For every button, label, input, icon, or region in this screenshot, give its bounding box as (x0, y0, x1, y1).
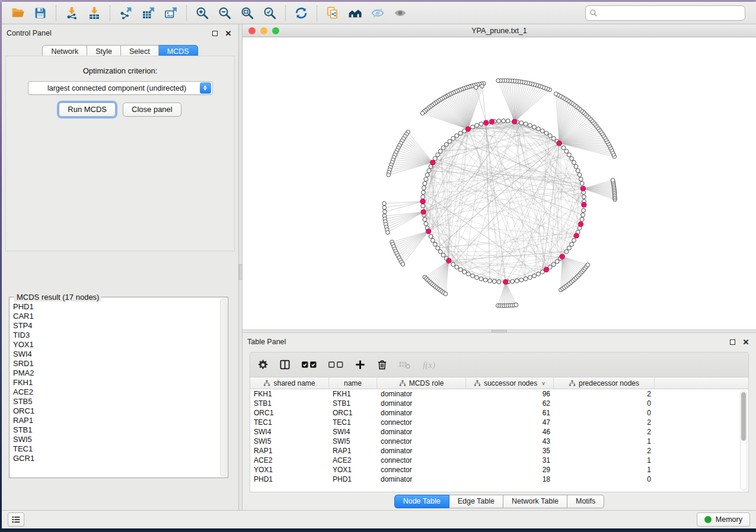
table-row[interactable]: STB1STB1dominator620 (250, 399, 748, 408)
table-row[interactable]: TEC1TEC1connector472 (250, 418, 748, 427)
float-table-panel-icon[interactable] (728, 338, 736, 346)
table-row[interactable]: SWI5SWI5connector431 (250, 437, 748, 446)
show-panels-button[interactable] (8, 512, 24, 527)
export-table-icon[interactable] (137, 4, 160, 23)
column-header-shared-name[interactable]: shared name (250, 377, 329, 389)
zoom-selected-icon[interactable] (259, 4, 281, 23)
tab-motifs[interactable]: Motifs (567, 495, 604, 508)
table-cell: 2 (554, 390, 655, 398)
column-header-successor-nodes[interactable]: successor nodes∨ (466, 377, 554, 389)
import-table-icon[interactable] (83, 4, 106, 23)
memory-button[interactable]: Memory (697, 512, 750, 527)
table-cell: dominator (377, 409, 466, 417)
table-cell: 1 (554, 466, 655, 474)
column-header-predecessor-nodes[interactable]: predecessor nodes (554, 377, 655, 389)
mcds-node-item[interactable]: PHD1 (13, 302, 219, 312)
add-row-icon[interactable] (355, 359, 366, 370)
mcds-node-item[interactable]: RAP1 (13, 416, 219, 425)
table-row[interactable]: RAP1RAP1dominator352 (250, 446, 748, 456)
application-window: Control Panel ✕ NetworkStyleSelectMCDS O… (2, 2, 756, 528)
tab-edge-table[interactable]: Edge Table (449, 495, 503, 508)
close-panel-button[interactable]: Close panel (123, 102, 181, 117)
table-cell: ACE2 (329, 456, 377, 464)
table-cell: dominator (377, 399, 466, 408)
mcds-node-item[interactable]: SRD1 (13, 359, 219, 368)
column-label: MCDS role (409, 379, 444, 387)
mcds-node-item[interactable]: STB1 (13, 425, 219, 435)
network-graph[interactable] (243, 37, 756, 329)
table-cell: 2 (554, 428, 655, 436)
tab-node-table[interactable]: Node Table (394, 495, 449, 508)
zoom-fit-icon[interactable] (236, 4, 259, 23)
column-header-MCDS-role[interactable]: MCDS role (377, 377, 466, 389)
close-table-panel-icon[interactable]: ✕ (742, 338, 750, 346)
zoom-out-icon[interactable] (213, 4, 236, 23)
mcds-node-item[interactable]: STP4 (13, 321, 219, 331)
search-input[interactable] (601, 9, 741, 17)
table-row[interactable]: FKH1FKH1dominator962 (250, 389, 748, 399)
tab-network-table[interactable]: Network Table (503, 495, 567, 508)
function-builder-icon: f(x) (422, 359, 441, 370)
table-cell: 46 (466, 428, 554, 436)
hide-selected-icon[interactable] (366, 4, 389, 23)
mcds-result-scrollbar[interactable] (220, 299, 227, 476)
mcds-node-item[interactable]: SWI5 (13, 435, 219, 444)
refresh-icon[interactable] (290, 4, 312, 23)
mcds-node-item[interactable]: CAR1 (13, 312, 219, 321)
table-cell: dominator (377, 447, 466, 455)
deselect-all-icon[interactable] (328, 359, 344, 370)
export-image-icon[interactable] (160, 4, 182, 23)
save-icon[interactable] (29, 4, 52, 23)
copy-style-icon[interactable] (321, 4, 344, 23)
run-mcds-button[interactable]: Run MCDS (59, 102, 116, 117)
zoom-in-icon[interactable] (191, 4, 213, 23)
export-network-icon[interactable] (114, 4, 137, 23)
network-view[interactable] (243, 37, 756, 329)
column-label: predecessor nodes (579, 379, 639, 387)
gear-icon[interactable] (257, 359, 269, 370)
table-row[interactable]: ORC1ORC1dominator610 (250, 408, 748, 418)
network-title: YPA_prune.txt_1 (243, 27, 756, 35)
search-box[interactable] (585, 5, 745, 21)
columns-icon[interactable] (279, 359, 291, 370)
table-row[interactable]: PHD1PHD1dominator180 (250, 475, 748, 484)
import-network-icon[interactable] (60, 4, 83, 23)
toolbar-separator (110, 5, 110, 21)
column-header-name[interactable]: name (329, 377, 377, 389)
mcds-node-item[interactable]: STB5 (13, 397, 219, 406)
first-neighbors-icon[interactable] (344, 4, 366, 23)
mcds-node-item[interactable]: PMA2 (13, 368, 219, 378)
table-scrollbar-thumb[interactable] (741, 392, 746, 441)
mcds-node-item[interactable]: TID3 (13, 331, 219, 340)
table-cell: ORC1 (250, 409, 329, 417)
table-cell: SWI5 (329, 437, 377, 446)
table-cell: 47 (466, 418, 554, 427)
table-row[interactable]: SWI4SWI4dominator462 (250, 427, 748, 437)
criterion-select[interactable]: largest connected component (undirected) (28, 81, 213, 95)
table-cell: 29 (466, 466, 554, 474)
table-scrollbar[interactable] (740, 390, 747, 491)
table-cell: RAP1 (250, 447, 329, 455)
mcds-node-item[interactable]: ORC1 (13, 406, 219, 416)
column-label: name (344, 379, 362, 387)
search-icon (589, 9, 598, 17)
mcds-node-item[interactable]: TEC1 (13, 444, 219, 454)
open-file-icon[interactable] (7, 4, 29, 23)
delete-row-icon[interactable] (377, 359, 388, 370)
tree-icon (263, 380, 270, 387)
mcds-node-item[interactable]: FKH1 (13, 378, 219, 387)
mcds-result-list[interactable]: PHD1CAR1STP4TID3YOX1SWI4SRD1PMA2FKH1ACE2… (13, 302, 219, 476)
close-panel-icon[interactable]: ✕ (224, 29, 232, 37)
table-cell: YOX1 (250, 466, 329, 474)
mcds-node-item[interactable]: YOX1 (13, 340, 219, 350)
table-row[interactable]: YOX1YOX1connector291 (250, 465, 748, 475)
table-cell: dominator (377, 390, 466, 398)
mcds-node-item[interactable]: GCR1 (13, 454, 219, 463)
float-panel-icon[interactable] (210, 29, 219, 37)
show-all-icon[interactable] (389, 4, 412, 23)
mcds-node-item[interactable]: ACE2 (13, 387, 219, 397)
select-all-icon[interactable] (301, 359, 317, 370)
mcds-node-item[interactable]: SWI4 (13, 350, 219, 359)
table-row[interactable]: ACE2ACE2connector311 (250, 456, 748, 465)
table-cell: dominator (377, 428, 466, 436)
